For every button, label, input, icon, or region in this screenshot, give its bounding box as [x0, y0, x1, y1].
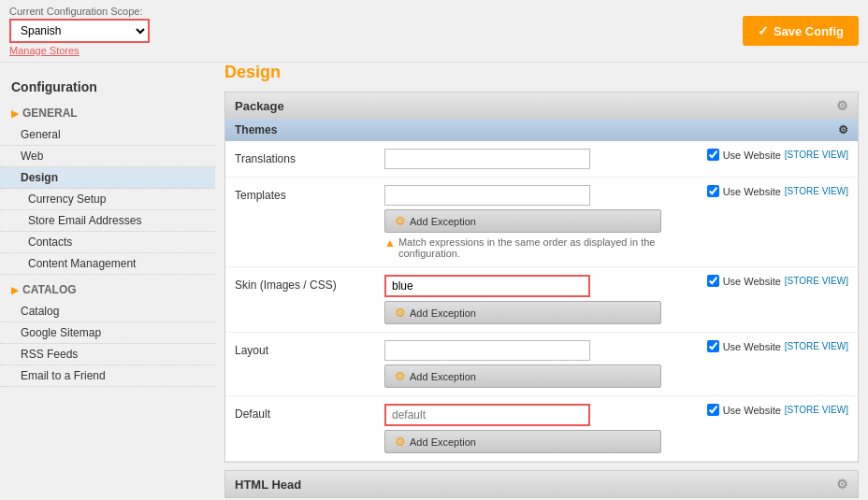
- layout-input[interactable]: [384, 340, 590, 361]
- sidebar-item-rss[interactable]: RSS Feeds: [0, 344, 215, 365]
- themes-panel-icon: ⚙: [838, 123, 848, 136]
- content-area: Design Package ⚙ Themes ⚙ Translations: [215, 63, 868, 500]
- sidebar-item-currency[interactable]: Currency Setup: [0, 189, 215, 210]
- match-note: ▲ Match expressions in the same order as…: [384, 236, 661, 259]
- save-icon: ✓: [758, 23, 769, 38]
- package-panel: Package ⚙ Themes ⚙ Translations: [224, 92, 859, 463]
- themes-panel-header[interactable]: Themes ⚙: [225, 119, 858, 141]
- html-head-panel: HTML Head ⚙: [224, 470, 859, 498]
- sidebar-item-google-sitemap[interactable]: Google Sitemap: [0, 322, 215, 344]
- sidebar-item-web[interactable]: Web: [0, 146, 215, 167]
- save-config-button[interactable]: ✓ Save Config: [743, 16, 859, 46]
- templates-use-website-checkbox[interactable]: [707, 185, 719, 197]
- skin-input[interactable]: [384, 275, 590, 297]
- sidebar-item-email-addr[interactable]: Store Email Addresses: [0, 210, 215, 232]
- layout-controls: ⚙ Add Exception: [384, 340, 661, 388]
- layout-add-exception-button[interactable]: ⚙ Add Exception: [384, 364, 661, 388]
- manage-stores-link[interactable]: Manage Stores: [9, 45, 150, 56]
- translations-use-website-checkbox[interactable]: [707, 149, 719, 161]
- layout-label: Layout: [235, 340, 384, 357]
- skin-add-exception-button[interactable]: ⚙ Add Exception: [384, 301, 661, 324]
- skin-right: Use Website [STORE VIEW]: [661, 275, 848, 287]
- sidebar-group-general: ▶ GENERAL General Web Design Currency Se…: [0, 102, 215, 275]
- translations-store-view-link[interactable]: [STORE VIEW]: [785, 150, 848, 160]
- sidebar: Configuration ▶ GENERAL General Web Desi…: [0, 63, 215, 500]
- sidebar-item-catalog[interactable]: Catalog: [0, 301, 215, 322]
- layout-use-website-checkbox[interactable]: [707, 340, 719, 352]
- templates-controls: ⚙ Add Exception ▲ Match expressions in t…: [384, 185, 661, 259]
- default-store-view-link[interactable]: [STORE VIEW]: [785, 405, 848, 415]
- skin-plus-icon: ⚙: [395, 306, 406, 320]
- scope-select[interactable]: Spanish: [9, 19, 150, 43]
- templates-row: Templates ⚙ Add Exception ▲ Mat: [225, 178, 858, 267]
- sidebar-group-general-header[interactable]: ▶ GENERAL: [0, 102, 215, 124]
- default-label: Default: [235, 404, 384, 421]
- sidebar-item-email-friend[interactable]: Email to a Friend: [0, 365, 215, 387]
- themes-panel-body: Themes ⚙ Translations: [225, 119, 858, 462]
- default-use-website-checkbox[interactable]: [707, 404, 719, 416]
- layout-store-view-link[interactable]: [STORE VIEW]: [785, 341, 848, 351]
- translations-right: Use Website [STORE VIEW]: [661, 149, 848, 161]
- skin-use-website-checkbox[interactable]: [707, 275, 719, 287]
- layout-plus-icon: ⚙: [395, 369, 406, 383]
- default-row: Default ⚙ Add Exception: [225, 396, 858, 462]
- translations-row: Translations Use Website [STORE VIEW]: [225, 141, 858, 178]
- default-input[interactable]: [384, 404, 590, 426]
- skin-controls: ⚙ Add Exception: [384, 275, 661, 324]
- skin-store-view-link[interactable]: [STORE VIEW]: [785, 276, 848, 286]
- skin-row: Skin (Images / CSS) ⚙ Add Exception: [225, 267, 858, 333]
- layout-row: Layout ⚙ Add Exception: [225, 333, 858, 396]
- templates-input[interactable]: [384, 185, 590, 206]
- skin-label: Skin (Images / CSS): [235, 275, 384, 292]
- default-controls: ⚙ Add Exception: [384, 404, 661, 453]
- scope-section: Current Configuration Scope: Spanish Man…: [9, 6, 150, 56]
- sidebar-item-general[interactable]: General: [0, 124, 215, 146]
- templates-label: Templates: [235, 185, 384, 202]
- arrow-icon: ▶: [11, 108, 19, 119]
- translations-controls: [384, 149, 661, 169]
- html-head-panel-icon: ⚙: [836, 477, 848, 492]
- templates-add-exception-button[interactable]: ⚙ Add Exception: [384, 209, 661, 233]
- warn-icon: ▲: [384, 236, 396, 250]
- top-bar: Current Configuration Scope: Spanish Man…: [0, 0, 868, 63]
- page-title: Design: [224, 63, 859, 82]
- sidebar-item-design[interactable]: Design: [0, 167, 215, 189]
- sidebar-item-contacts[interactable]: Contacts: [0, 232, 215, 253]
- sidebar-group-catalog: ▶ CATALOG Catalog Google Sitemap RSS Fee…: [0, 279, 215, 387]
- main-layout: Configuration ▶ GENERAL General Web Desi…: [0, 63, 868, 500]
- default-right: Use Website [STORE VIEW]: [661, 404, 848, 416]
- translations-label: Translations: [235, 149, 384, 165]
- templates-right: Use Website [STORE VIEW]: [661, 185, 848, 197]
- layout-right: Use Website [STORE VIEW]: [661, 340, 848, 352]
- arrow-icon-catalog: ▶: [11, 285, 19, 295]
- sidebar-group-catalog-header[interactable]: ▶ CATALOG: [0, 279, 215, 301]
- sidebar-title: Configuration: [0, 72, 215, 102]
- default-plus-icon: ⚙: [395, 435, 406, 449]
- sidebar-item-cms[interactable]: Content Management: [0, 253, 215, 275]
- scope-label: Current Configuration Scope:: [9, 6, 150, 17]
- package-panel-header[interactable]: Package ⚙: [225, 93, 858, 119]
- templates-store-view-link[interactable]: [STORE VIEW]: [785, 186, 848, 196]
- default-add-exception-button[interactable]: ⚙ Add Exception: [384, 430, 661, 453]
- package-panel-icon: ⚙: [836, 98, 848, 113]
- plus-icon: ⚙: [395, 214, 406, 228]
- translations-input[interactable]: [384, 149, 590, 169]
- html-head-panel-header[interactable]: HTML Head ⚙: [225, 471, 858, 497]
